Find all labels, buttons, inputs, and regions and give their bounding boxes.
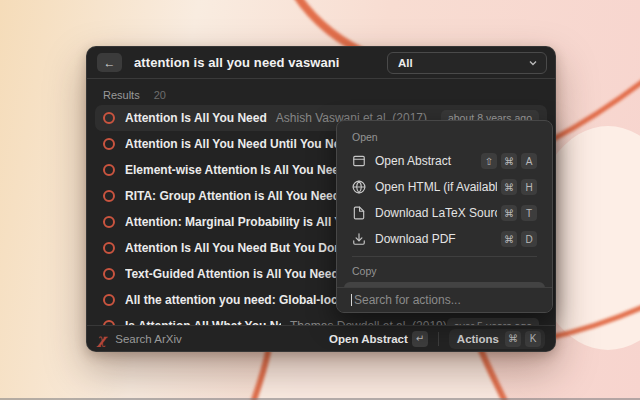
chevron-down-icon [528,58,538,68]
menu-item-label: Open HTML (if Available) [375,180,497,194]
menu-item-open-html[interactable]: Open HTML (if Available) ⌘ H [344,174,545,200]
arxiv-result-icon [103,190,115,202]
arxiv-result-icon [103,216,115,228]
command-name: Search ArXiv [115,333,181,345]
arxiv-chi-icon: χ [97,332,106,346]
shift-keycap: ⇧ [481,153,497,169]
back-button[interactable]: ← [97,53,122,72]
result-title: Element-wise Attention Is All You Need [125,163,346,177]
k-keycap: K [525,331,541,347]
arxiv-result-icon [103,294,115,306]
menu-item-download-latex[interactable]: Download LaTeX Source ⌘ T [344,200,545,226]
arxiv-result-icon [103,112,115,124]
arxiv-result-icon [103,268,115,280]
cmd-keycap: ⌘ [501,205,517,221]
search-query[interactable]: attention is all you need vaswani [134,55,340,70]
footer-bar: χ Search ArXiv Open Abstract ↵ Actions ⌘… [87,325,555,351]
actions-label: Actions [457,333,499,345]
arxiv-result-icon [103,242,115,254]
menu-item-label: Download PDF [375,232,497,246]
menu-item-download-pdf[interactable]: Download PDF ⌘ D [344,226,545,252]
cmd-keycap: ⌘ [505,331,521,347]
cmd-keycap: ⌘ [501,153,517,169]
globe-icon [352,180,366,194]
arxiv-result-icon [103,138,115,150]
text-caret [351,294,352,306]
app-window-icon [352,154,366,168]
search-topbar: ← attention is all you need vaswani All [87,47,555,79]
h-keycap: H [521,179,537,195]
menu-item-label: Open Abstract [375,154,477,168]
menu-item-open-abstract[interactable]: Open Abstract ⇧ ⌘ A [344,148,545,174]
result-age-badge: over 5 years ago [447,318,539,325]
cmd-keycap: ⌘ [501,179,517,195]
return-keycap: ↵ [412,331,428,347]
action-search-input[interactable]: Search for actions... [337,287,552,312]
results-label: Results [103,89,140,101]
action-menu-items: Open Open Abstract ⇧ ⌘ A Open HTML (if A… [337,121,552,287]
result-title: Attention Is All You Need [125,111,267,125]
results-header: Results 20 [87,79,555,105]
dropdown-value: All [398,57,528,69]
arxiv-result-icon [103,164,115,176]
results-count: 20 [154,89,166,101]
action-search-placeholder: Search for actions... [354,293,461,307]
menu-section-open: Open [344,127,545,148]
menu-separator [352,256,537,257]
cmd-keycap: ⌘ [501,231,517,247]
file-icon [352,206,366,220]
result-row[interactable]: Is Attention All What You Need? -- An Em… [95,313,547,325]
menu-section-copy: Copy [344,261,545,282]
primary-action-button[interactable]: Open Abstract ↵ [329,331,428,347]
primary-action-label: Open Abstract [329,333,408,345]
d-keycap: D [521,231,537,247]
category-dropdown[interactable]: All [387,52,547,74]
menu-item-label: Download LaTeX Source [375,206,497,220]
a-keycap: A [521,153,537,169]
action-menu: Open Open Abstract ⇧ ⌘ A Open HTML (if A… [336,120,553,313]
t-keycap: T [521,205,537,221]
download-icon [352,232,366,246]
back-icon: ← [104,56,116,70]
actions-button[interactable]: Actions ⌘ K [449,329,545,349]
footer-divider [438,332,439,346]
